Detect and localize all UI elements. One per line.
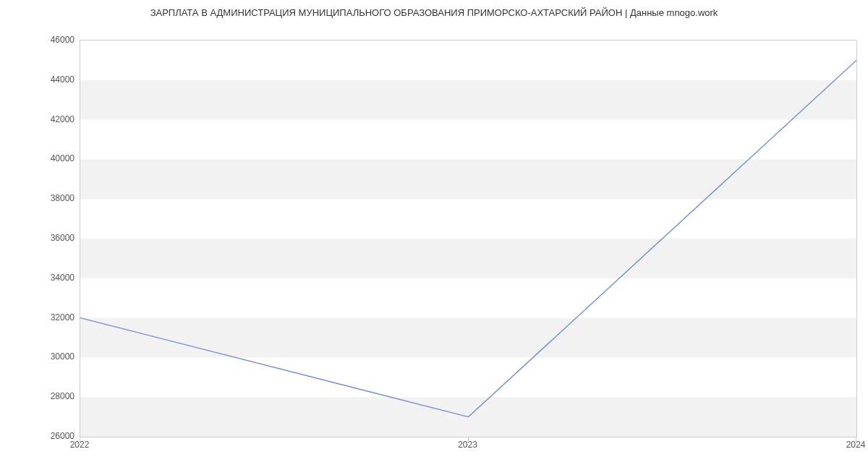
y-tick-label: 30000 [40,351,75,362]
line-chart: ЗАРПЛАТА В АДМИНИСТРАЦИЯ МУНИЦИПАЛЬНОГО … [0,0,868,470]
y-tick-label: 42000 [40,114,75,124]
plot-area [80,40,857,437]
data-line [80,60,856,416]
y-tick-label: 38000 [40,193,75,203]
x-tick-mark [468,437,469,442]
y-tick-label: 44000 [40,74,75,85]
x-tick-mark [856,437,856,442]
y-tick-label: 32000 [40,312,75,322]
y-tick-label: 36000 [40,233,75,243]
y-tick-label: 34000 [40,273,75,283]
y-tick-label: 46000 [40,35,75,45]
chart-title: ЗАРПЛАТА В АДМИНИСТРАЦИЯ МУНИЦИПАЛЬНОГО … [0,7,868,18]
y-tick-label: 28000 [40,391,75,401]
x-tick-mark [80,437,80,442]
series-layer [80,40,856,437]
y-tick-label: 40000 [40,153,75,163]
